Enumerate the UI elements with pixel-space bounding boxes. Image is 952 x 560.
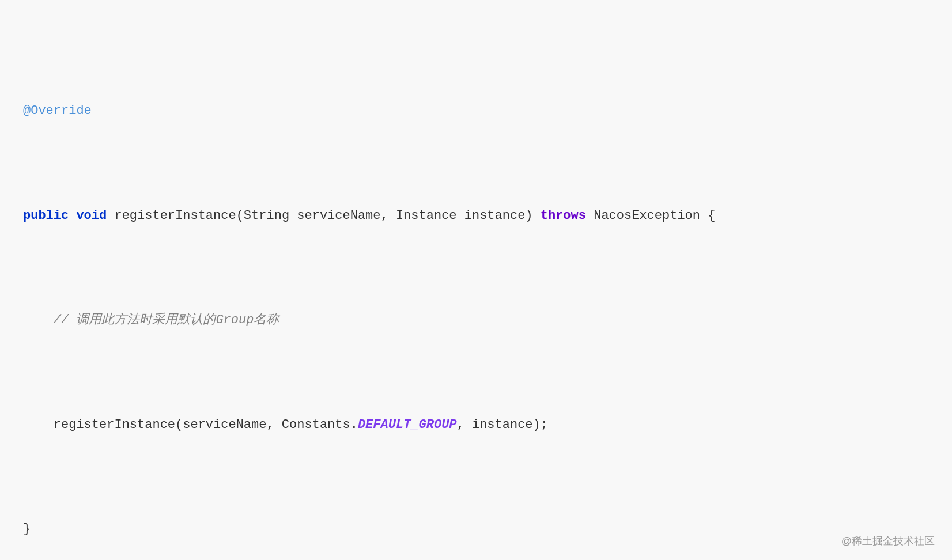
const-default-group: DEFAULT_GROUP (358, 418, 457, 432)
line-2: public void registerInstance(String serv… (23, 206, 929, 226)
comment-1: // 调用此方法时采用默认的Group名称 (54, 313, 279, 327)
line-1: @Override (23, 101, 929, 122)
code-block: @Override public void registerInstance(S… (23, 17, 929, 560)
kw-void-1: void (76, 209, 107, 223)
annotation-1: @Override (23, 104, 92, 118)
kw-public-1: public (23, 209, 69, 223)
line-3: // 调用此方法时采用默认的Group名称 (23, 310, 929, 331)
code-container: @Override public void registerInstance(S… (0, 0, 952, 560)
watermark: @稀土掘金技术社区 (841, 533, 935, 550)
line-5: } (23, 519, 929, 540)
line-4: registerInstance(serviceName, Constants.… (23, 415, 929, 436)
kw-throws-1: throws (541, 209, 586, 223)
